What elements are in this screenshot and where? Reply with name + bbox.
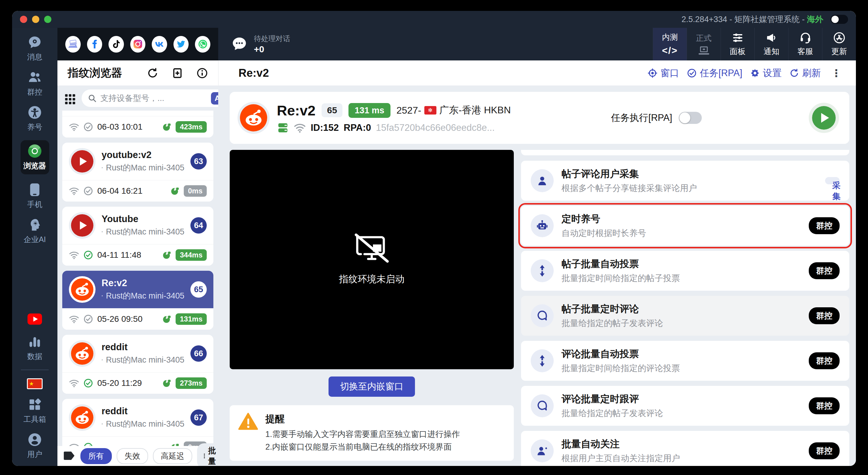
app-store-icon — [833, 32, 846, 44]
close-window-button[interactable] — [20, 16, 27, 23]
task-badge[interactable]: 群控 — [809, 217, 840, 234]
stable-channel-button[interactable]: 正式 — [687, 28, 720, 60]
filter-all[interactable]: 所有 — [81, 448, 112, 464]
sidebar-item-toolbox[interactable]: 工具箱 — [24, 397, 46, 424]
titlebar: 2.5.284+334 - 矩阵社媒管理系统 - 海外 — [12, 11, 856, 28]
profile-date: 06-04 16:21 — [97, 186, 142, 196]
dashboard-button[interactable]: 面板 — [720, 28, 754, 60]
refresh-icon[interactable] — [147, 67, 158, 79]
window-action[interactable]: 窗口 — [648, 67, 679, 80]
warning-icon — [238, 412, 258, 431]
window-controls — [20, 16, 51, 23]
grid-view-icon[interactable] — [64, 92, 76, 104]
more-options-icon[interactable]: ⋮ — [829, 67, 844, 79]
facebook-icon[interactable] — [87, 36, 102, 53]
add-profile-icon[interactable] — [172, 67, 183, 79]
sidebar-item-enterprise-ai[interactable]: 企业AI — [24, 218, 46, 245]
maximize-window-button[interactable] — [44, 16, 51, 23]
task-row-comment-timed-reply[interactable]: 评论批量定时跟评 批量给指定的帖子发表评论 群控 — [521, 386, 849, 426]
profile-name: reddit — [101, 342, 184, 353]
settings-action[interactable]: 设置 — [750, 67, 781, 80]
reddit-avatar — [69, 276, 95, 303]
task-row-scheduled-nurture[interactable]: 定时养号 自动定时根据时长养号 群控 — [521, 206, 849, 246]
task-badge[interactable]: 群控 — [809, 397, 840, 414]
profile-name: reddit — [101, 406, 184, 417]
profile-list: Rust的Mac mini-3405 06-03 10:01 423ms — [57, 110, 218, 446]
task-badge[interactable]: 群控 — [809, 262, 840, 279]
beta-channel-button[interactable]: 内测 </> — [653, 28, 687, 60]
filter-high-latency[interactable]: 高延迟 — [153, 448, 192, 464]
task-badge[interactable]: 群控 — [809, 442, 840, 459]
list-item[interactable]: Rust的Mac mini-3405 06-03 10:01 423ms — [62, 110, 213, 137]
rpa-exec-toggle[interactable] — [679, 112, 702, 124]
sidebar-item-group-control[interactable]: 群控 — [27, 70, 42, 97]
latency-badge: 273ms — [176, 377, 207, 389]
sidebar-item-data[interactable]: 数据 — [27, 335, 42, 361]
refresh-action[interactable]: 刷新 — [789, 67, 821, 80]
pending-chats[interactable]: 待处理对话 +0 — [218, 28, 290, 60]
sidebar-item-label: 数据 — [27, 351, 42, 361]
theme-toggle[interactable] — [831, 15, 848, 24]
task-badge[interactable]: 采集 — [825, 177, 840, 184]
task-row-post-timed-comment[interactable]: 帖子批量定时评论 批量给指定的帖子发表评论 群控 — [521, 296, 849, 336]
profile-device: Rust的Mac mini-3405 — [106, 354, 184, 365]
list-item-selected[interactable]: Re:v2 Rust的Mac mini-3405 65 05-26 09:50 … — [62, 271, 213, 330]
profile-number-badge: 67 — [190, 409, 207, 426]
twitter-icon[interactable] — [174, 36, 189, 53]
task-row-post-auto-vote[interactable]: 帖子批量自动投票 批量指定时间给指定的帖子投票 群控 — [521, 251, 849, 291]
tag-icon[interactable] — [63, 451, 75, 461]
task-desc: 根据用户主页自动关注指定用户 — [562, 453, 801, 464]
list-item[interactable]: reddit Rust的Mac mini-3405 67 -- 0ms — [62, 399, 213, 446]
wifi-icon — [69, 315, 79, 323]
play-icon — [812, 106, 836, 130]
notice-card: 提醒 1.需要手动输入文字内容需要重启至独立窗口进行操作 2.内嵌窗口仅能显示当… — [230, 405, 514, 461]
switch-embedded-window-button[interactable]: 切换至内嵌窗口 — [329, 377, 415, 397]
screen-off-icon — [353, 233, 390, 265]
beta-label: 内测 — [662, 32, 678, 42]
profile-date: 04-11 11:48 — [97, 250, 141, 260]
task-row-batch-auto-follow[interactable]: 批量自动关注 根据用户主页自动关注指定用户 群控 — [521, 431, 849, 466]
notifications-button[interactable]: 通知 — [754, 28, 788, 60]
task-desc: 批量指定时间给指定的评论投票 — [562, 362, 801, 374]
sidebar-item-account-nurture[interactable]: 养号 — [27, 105, 42, 132]
sidebar-item-messages[interactable]: 消息 — [27, 35, 42, 62]
stable-label: 正式 — [696, 33, 712, 43]
search-input[interactable] — [100, 94, 207, 103]
panel-title: 指纹浏览器 — [68, 66, 122, 81]
vk-icon[interactable] — [152, 36, 167, 53]
sidebar-item-browser[interactable]: 浏览器 — [21, 140, 49, 175]
headset-icon — [799, 32, 812, 44]
task-row-collect-comment-users[interactable]: 帖子评论用户采集 根据多个帖子分享链接采集评论用户 采集 — [521, 161, 849, 201]
browser-preview-icon[interactable] — [65, 36, 81, 53]
page-title: Re:v2 — [239, 67, 269, 80]
update-button[interactable]: 更新 — [822, 28, 856, 60]
task-desc: 批量给指定的帖子发表评论 — [562, 408, 801, 419]
task-desc: 批量给指定的帖子发表评论 — [562, 318, 801, 329]
task-title: 帖子评论用户采集 — [562, 167, 817, 181]
latency-badge: 0ms — [184, 185, 207, 197]
task-badge[interactable]: 群控 — [809, 352, 840, 369]
start-profile-button[interactable] — [809, 103, 839, 133]
list-item[interactable]: youtube:v2 Rust的Mac mini-3405 63 06-04 1… — [62, 142, 213, 201]
sidebar-item-user[interactable]: 用户 — [27, 433, 42, 459]
filter-invalid[interactable]: 失效 — [117, 448, 148, 464]
minimize-window-button[interactable] — [32, 16, 39, 23]
tiktok-icon[interactable] — [108, 36, 124, 53]
sidebar-item-label: 手机 — [27, 199, 42, 210]
megaphone-icon — [765, 32, 778, 44]
whatsapp-icon[interactable] — [195, 36, 210, 53]
task-rpa-action[interactable]: 任务[RPA] — [687, 67, 742, 80]
sidebar-item-youtube[interactable] — [28, 312, 42, 326]
list-item[interactable]: reddit Rust的Mac mini-3405 66 05-20 11:29… — [62, 335, 213, 394]
instagram-icon[interactable] — [130, 36, 146, 53]
list-item[interactable]: Youtube Rust的Mac mini-3405 64 04-11 11:4… — [62, 207, 213, 265]
task-badge[interactable]: 群控 — [809, 307, 840, 324]
proxy-plug-icon — [170, 186, 180, 195]
task-row-comment-auto-vote[interactable]: 评论批量自动投票 批量指定时间给指定的评论投票 群控 — [521, 341, 849, 381]
task-desc: 批量指定时间给指定的帖子投票 — [562, 273, 801, 284]
sidebar-item-language-flag[interactable]: ★ — [27, 378, 42, 389]
support-button[interactable]: 客服 — [788, 28, 822, 60]
info-icon[interactable] — [196, 67, 208, 79]
profile-name: Youtube — [101, 214, 184, 224]
sidebar-item-phone[interactable]: 手机 — [27, 183, 42, 210]
